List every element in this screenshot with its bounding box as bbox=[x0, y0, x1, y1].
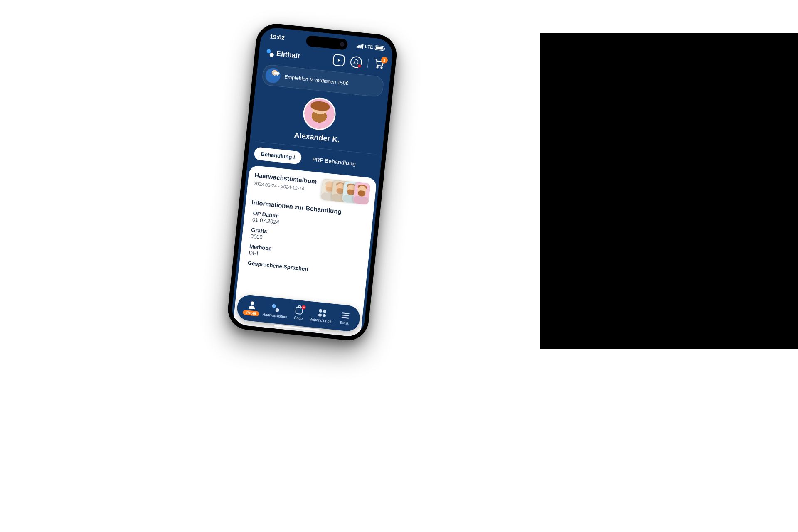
menu-icon bbox=[340, 310, 350, 320]
referral-avatar-icon bbox=[265, 67, 281, 84]
nav-settings-label: Einst. bbox=[340, 320, 350, 325]
tab-prp[interactable]: PRP Behandlung bbox=[305, 152, 363, 171]
nav-profile[interactable]: Profil bbox=[240, 300, 264, 317]
video-icon[interactable] bbox=[332, 54, 345, 67]
svg-point-1 bbox=[381, 67, 382, 68]
person-icon bbox=[247, 300, 257, 310]
shop-badge-icon: % bbox=[301, 305, 306, 310]
album-photo-4 bbox=[352, 182, 370, 205]
nav-treatments[interactable]: Behandlungen bbox=[309, 307, 335, 324]
brand-name: Elithair bbox=[276, 49, 300, 60]
nav-profile-label: Profil bbox=[243, 310, 260, 316]
album-text: Haarwachstumalbum 2023-05-24 - 2024-12-1… bbox=[254, 171, 317, 192]
brand-logo-icon bbox=[266, 49, 274, 57]
brand[interactable]: Elithair bbox=[266, 49, 300, 60]
divider bbox=[367, 59, 369, 68]
tab-treatment-1[interactable]: Behandlung I bbox=[254, 147, 302, 165]
phone-mockup: 19:02 LTE Elithair bbox=[226, 22, 399, 342]
network-label: LTE bbox=[365, 44, 374, 49]
album-thumbnails bbox=[325, 179, 371, 205]
bag-icon: % bbox=[294, 305, 304, 315]
svg-point-0 bbox=[377, 66, 378, 68]
status-right: LTE bbox=[356, 43, 384, 51]
growth-album-row[interactable]: Haarwachstumalbum 2023-05-24 - 2024-12-1… bbox=[253, 171, 371, 205]
notification-dot-icon bbox=[357, 64, 362, 68]
referral-text: Empfehlen & verdienen 150€ bbox=[284, 74, 349, 86]
nav-growth[interactable]: Haarwachstum bbox=[262, 302, 288, 319]
nav-treatments-label: Behandlungen bbox=[309, 317, 334, 324]
battery-icon bbox=[374, 45, 384, 50]
app-screen: 19:02 LTE Elithair bbox=[231, 26, 394, 338]
logo-icon bbox=[271, 303, 281, 313]
phone-body: 19:02 LTE Elithair bbox=[226, 22, 399, 342]
background-dark-block bbox=[540, 33, 798, 349]
status-time: 19:02 bbox=[270, 33, 285, 41]
notifications-icon[interactable] bbox=[350, 56, 363, 69]
nav-shop-label: Shop bbox=[294, 315, 303, 320]
user-avatar[interactable] bbox=[302, 96, 337, 132]
signal-icon bbox=[356, 43, 364, 49]
grid-icon bbox=[317, 308, 327, 318]
cart-button[interactable]: 1 bbox=[373, 58, 384, 71]
nav-shop[interactable]: % Shop bbox=[287, 305, 311, 321]
nav-growth-label: Haarwachstum bbox=[262, 312, 288, 319]
nav-settings[interactable]: Einst. bbox=[333, 310, 357, 326]
